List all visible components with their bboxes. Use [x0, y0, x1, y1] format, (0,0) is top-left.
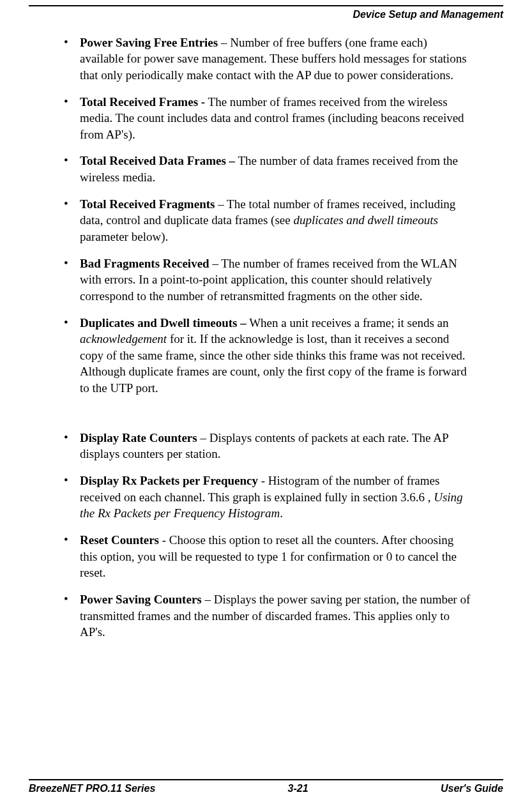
list-item: • Total Received Fragments – The total n… [29, 196, 503, 245]
list-item: • Bad Fragments Received – The number of… [29, 255, 503, 305]
list-sep: – [202, 593, 214, 606]
list-item: • Reset Counters - Choose this option to… [29, 532, 503, 581]
list-sep: - [258, 474, 268, 487]
bullet-icon: • [64, 591, 80, 640]
footer-center: 3-21 [288, 782, 308, 796]
bullet-icon: • [64, 430, 80, 462]
list-sep: – [218, 36, 230, 49]
list-term: Display Rate Counters [80, 431, 197, 444]
list-item-content: Reset Counters - Choose this option to r… [80, 532, 503, 581]
list-term: Bad Fragments Received [80, 257, 209, 270]
list-item: • Total Received Frames - The number of … [29, 94, 503, 143]
list-item: • Power Saving Free Entries – Number of … [29, 34, 503, 84]
list-gap [29, 407, 503, 430]
list-sep: – [209, 257, 222, 270]
list-term: Display Rx Packets per Frequency [80, 474, 258, 487]
list-term: Power Saving Free Entries [80, 36, 218, 49]
bullet-list-2: • Display Rate Counters – Displays conte… [29, 430, 503, 640]
list-item: • Power Saving Counters – Displays the p… [29, 591, 503, 640]
bullet-icon: • [64, 94, 80, 143]
list-term: Total Received Frames - [80, 95, 205, 109]
bullet-icon: • [64, 196, 80, 245]
list-desc-before: When a unit receives a frame; it sends a… [249, 316, 448, 330]
list-italic: duplicates and dwell timeouts [293, 213, 437, 227]
header-rule [29, 5, 503, 6]
list-item-content: Bad Fragments Received – The number of f… [80, 255, 503, 305]
list-term: Total Received Fragments [80, 197, 215, 211]
list-item: • Display Rx Packets per Frequency - His… [29, 473, 503, 522]
bullet-icon: • [64, 153, 80, 185]
list-term: Duplicates and Dwell timeouts – [80, 316, 247, 330]
footer-row: BreezeNET PRO.11 Series 3-21 User's Guid… [29, 782, 503, 796]
list-term: Reset Counters [80, 533, 159, 547]
header-section-title: Device Setup and Management [29, 8, 503, 22]
list-item-content: Display Rx Packets per Frequency - Histo… [80, 473, 503, 522]
list-desc-after: parameter below). [80, 230, 168, 243]
list-item-content: Duplicates and Dwell timeouts – When a u… [80, 315, 503, 397]
bullet-icon: • [64, 34, 80, 84]
list-item: • Total Received Data Frames – The numbe… [29, 153, 503, 185]
page-container: Device Setup and Management • Power Savi… [0, 0, 532, 811]
footer-right: User's Guide [441, 782, 503, 796]
list-term: Power Saving Counters [80, 593, 202, 606]
list-term: Total Received Data Frames – [80, 154, 235, 167]
list-item-content: Total Received Fragments – The total num… [80, 196, 503, 245]
list-item-content: Total Received Frames - The number of fr… [80, 94, 503, 143]
list-item-content: Total Received Data Frames – The number … [80, 153, 503, 185]
list-sep: – [215, 197, 227, 211]
list-item-content: Power Saving Counters – Displays the pow… [80, 591, 503, 640]
list-item: • Duplicates and Dwell timeouts – When a… [29, 315, 503, 397]
page-footer: BreezeNET PRO.11 Series 3-21 User's Guid… [29, 779, 503, 796]
list-desc-after: . [280, 506, 283, 520]
bullet-icon: • [64, 473, 80, 522]
list-item: • Display Rate Counters – Displays conte… [29, 430, 503, 462]
bullet-icon: • [64, 532, 80, 581]
bullet-list-1: • Power Saving Free Entries – Number of … [29, 34, 503, 397]
list-item-content: Power Saving Free Entries – Number of fr… [80, 34, 503, 84]
bullet-icon: • [64, 255, 80, 305]
list-sep: – [197, 431, 209, 444]
list-sep: - [159, 533, 169, 547]
list-italic: acknowledgement [80, 332, 167, 345]
bullet-icon: • [64, 315, 80, 397]
footer-rule [29, 779, 503, 780]
footer-left: BreezeNET PRO.11 Series [29, 782, 155, 796]
list-item-content: Display Rate Counters – Displays content… [80, 430, 503, 462]
